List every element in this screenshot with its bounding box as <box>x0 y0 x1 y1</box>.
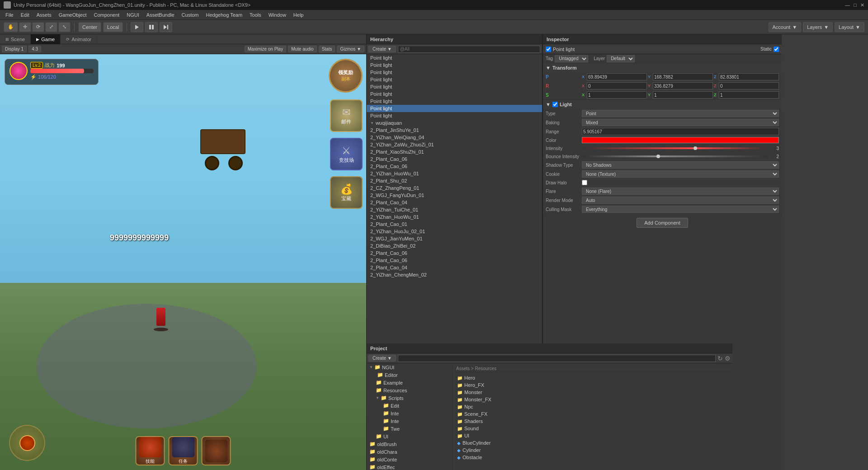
list-item[interactable]: 2_YiZhan_ZaWu_ZhuoZi_01 <box>367 141 542 148</box>
tree-item[interactable]: 📁 Resources <box>367 386 452 394</box>
list-item[interactable]: 2_Plant_Cao_04 <box>367 264 542 271</box>
sy-input[interactable] <box>653 91 713 99</box>
mail-btn[interactable]: ✉ 邮件 <box>330 99 363 132</box>
list-item[interactable]: 2_YiZhan_HuoWu_01 <box>367 213 542 221</box>
project-refresh-icon[interactable]: ↻ <box>717 355 723 362</box>
stats-btn[interactable]: Stats <box>319 46 335 52</box>
list-item[interactable]: 2_YiZhan_HuoJu_02_01 <box>367 228 542 235</box>
list-item[interactable]: wuqijiaquan <box>367 119 542 127</box>
minimize-btn[interactable]: — <box>845 2 850 8</box>
asset-item[interactable]: 📁Sound <box>454 425 731 432</box>
ry-input[interactable] <box>653 82 713 89</box>
list-item[interactable]: Point light <box>367 54 542 61</box>
sx-input[interactable] <box>587 91 647 99</box>
culling-dropdown[interactable]: Everything <box>582 206 779 213</box>
layers-dropdown[interactable]: Layers ▼ <box>803 22 833 32</box>
menu-component[interactable]: Component <box>90 11 123 19</box>
treasure-btn-area[interactable]: 💰 宝藏 <box>330 176 363 209</box>
list-item[interactable]: 2_Plant_JinShuYe_01 <box>367 127 542 134</box>
list-item[interactable]: 2_Plant_Cao_06 <box>367 249 542 257</box>
task-btn[interactable]: 任务 <box>169 436 198 465</box>
menu-window[interactable]: Window <box>265 11 290 19</box>
tree-item[interactable]: 📁 oldEffec <box>367 463 452 470</box>
close-btn[interactable]: ✕ <box>860 2 864 8</box>
menu-ngui[interactable]: NGUI <box>123 11 143 19</box>
list-item[interactable]: 2_Plant_Shu_02 <box>367 177 542 184</box>
list-item[interactable]: 2_YiZhan_WeiQiang_04 <box>367 134 542 141</box>
asset-item[interactable]: 📁Shaders <box>454 418 731 425</box>
joystick[interactable] <box>9 425 45 461</box>
light-section-header[interactable]: ▼ Light <box>543 100 782 109</box>
color-swatch[interactable] <box>582 137 779 143</box>
asset-item[interactable]: ◆Obstacle <box>454 454 731 461</box>
draw-halo-checkbox[interactable] <box>582 180 587 185</box>
list-item[interactable]: Point light <box>367 61 542 69</box>
asset-item[interactable]: 📁Scene_FX <box>454 410 731 418</box>
list-item[interactable]: 2_YiZhan_HuoWu_01 <box>367 170 542 177</box>
project-search[interactable] <box>398 355 716 362</box>
tree-item[interactable]: 📁 Inte <box>367 409 452 417</box>
mute-btn[interactable]: Mute audio <box>288 46 316 52</box>
bounce-slider[interactable]: 2 <box>582 154 779 159</box>
list-item[interactable]: Point light <box>367 83 542 90</box>
project-settings-icon[interactable]: ⚙ <box>725 355 731 362</box>
tree-item[interactable]: ▼ 📁 Scripts <box>367 394 452 402</box>
rz-input[interactable] <box>719 82 779 89</box>
tree-item[interactable]: 📁 Edit <box>367 402 452 409</box>
list-item[interactable]: 2_Plant_XiaoShuZhi_01 <box>367 148 542 155</box>
list-item[interactable]: 2_Plant_Cao_06 <box>367 257 542 264</box>
tag-dropdown[interactable]: Untagged <box>555 55 588 62</box>
list-item[interactable]: 2_DiBiao_ZhiBei_02 <box>367 242 542 249</box>
tree-item[interactable]: 📁 oldChara <box>367 448 452 456</box>
menu-assetbundle[interactable]: AssetBundle <box>143 11 178 19</box>
tree-item[interactable]: 📁 Editor <box>367 371 452 379</box>
play-btn[interactable] <box>131 22 143 32</box>
transform-section-header[interactable]: ▼ Transform <box>543 63 782 72</box>
list-item[interactable]: 2_YiZhan_ChengMen_02 <box>367 271 542 278</box>
render-mode-dropdown[interactable]: Auto <box>582 197 779 204</box>
cookie-dropdown[interactable]: None (Texture) <box>582 170 779 178</box>
menu-edit[interactable]: Edit <box>17 11 33 19</box>
local-btn[interactable]: Local <box>103 22 123 32</box>
layer-dropdown[interactable]: Default <box>607 55 635 62</box>
menu-custom[interactable]: Custom <box>178 11 203 19</box>
menu-hedgehog[interactable]: Hedgehog Team <box>203 11 246 19</box>
list-item[interactable]: 2_YiZhan_TuiChe_01 <box>367 206 542 213</box>
type-dropdown[interactable]: Point <box>582 110 779 117</box>
tool-rotate[interactable]: ⟳ <box>32 22 44 32</box>
treasure-btn[interactable]: 💰 宝藏 <box>330 176 363 209</box>
mail-btn-area[interactable]: ✉ 邮件 <box>330 99 363 132</box>
extra-btn[interactable] <box>202 436 231 465</box>
sz-input[interactable] <box>719 91 779 99</box>
baking-dropdown[interactable]: Mixed <box>582 119 779 126</box>
tool-hand[interactable]: ✋ <box>4 22 18 32</box>
tree-item[interactable]: ▼ 📁 NGUI <box>367 363 452 371</box>
list-item[interactable]: Point light <box>367 112 542 119</box>
project-create-btn[interactable]: Create ▼ <box>368 355 396 362</box>
layout-dropdown[interactable]: Layout ▼ <box>835 22 864 32</box>
center-btn[interactable]: Center <box>78 22 101 32</box>
list-item[interactable]: 2_WGJ_FangYuDun_01 <box>367 192 542 199</box>
tool-scale[interactable]: ⤢ <box>45 22 57 32</box>
tool-move[interactable]: ✛ <box>19 22 31 32</box>
inspector-static-checkbox[interactable] <box>774 47 779 52</box>
hierarchy-search[interactable] <box>398 46 540 53</box>
step-btn[interactable] <box>160 22 172 32</box>
display-btn[interactable]: Display 1 <box>2 46 27 52</box>
tree-item[interactable]: 📁 Example <box>367 379 452 386</box>
tree-item[interactable]: 📁 Inte <box>367 417 452 425</box>
list-item[interactable]: 2_Plant_Cao_06 <box>367 155 542 163</box>
add-component-btn[interactable]: Add Component <box>637 218 688 228</box>
maximize-play-btn[interactable]: Maximize on Play <box>245 46 286 52</box>
reward-btn[interactable]: 领奖励 副本 <box>329 59 363 93</box>
list-item[interactable]: 2_Plant_Cao_01 <box>367 221 542 228</box>
range-input[interactable] <box>582 128 779 135</box>
menu-assets[interactable]: Assets <box>33 11 55 19</box>
arena-btn[interactable]: ⚔ 竞技场 <box>330 138 363 170</box>
skill-btn[interactable]: 技能 <box>136 436 165 465</box>
pause-btn[interactable] <box>145 22 158 32</box>
asset-item[interactable]: 📁Npc <box>454 403 731 410</box>
asset-item[interactable]: ◆BlueCylinder <box>454 439 731 446</box>
pz-input[interactable] <box>719 73 779 80</box>
menu-help[interactable]: Help <box>290 11 307 19</box>
